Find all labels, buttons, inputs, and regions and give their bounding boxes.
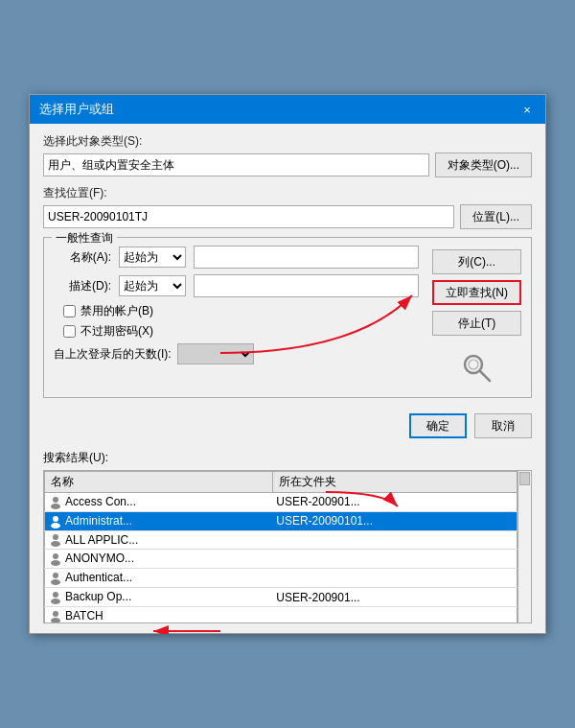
svg-point-16 [51,618,60,623]
name-query-row: 名称(A): 起始为 [54,246,419,269]
dialog-title: 选择用户或组 [39,101,114,118]
table-row[interactable]: Authenticat... [45,569,518,588]
table-row[interactable]: Administrat...USER-20090101... [45,511,518,530]
location-button[interactable]: 位置(L)... [460,204,532,229]
result-folder [272,550,517,569]
result-name: ANONYMO... [45,550,273,569]
query-action-buttons: 列(C)... 立即查找(N) 停止(T) [425,246,521,389]
object-type-button[interactable]: 对象类型(O)... [435,153,532,177]
svg-point-8 [51,541,60,547]
svg-point-15 [53,611,58,617]
disabled-accounts-row: 禁用的帐户(B) [63,303,419,319]
noexpiry-password-checkbox[interactable] [63,325,76,338]
svg-point-3 [53,497,58,503]
general-query-group: 一般性查询 名称(A): 起始为 [43,237,532,398]
noexpiry-password-label: 不过期密码(X) [80,323,153,340]
svg-point-4 [51,504,60,509]
table-row[interactable]: Backup Op...USER-200901... [45,588,518,607]
svg-point-10 [51,560,60,566]
svg-point-2 [469,360,478,369]
confirm-buttons-area: 确定 取消 [43,406,532,442]
person-icon [49,572,62,585]
select-user-dialog: 选择用户或组 × 选择此对象类型(S): 对象类型(O)... 查找位置(F):… [29,94,546,634]
result-folder [272,606,517,623]
results-table-container[interactable]: 名称 所在文件夹 Access Con...USER-200901... Adm… [43,470,518,623]
desc-query-label: 描述(D): [54,278,111,294]
svg-point-5 [53,516,58,522]
desc-starts-select[interactable]: 起始为 [119,275,186,296]
table-row[interactable]: Access Con...USER-200901... [45,493,518,512]
svg-point-7 [53,534,58,540]
person-icon [49,496,62,509]
columns-button[interactable]: 列(C)... [432,249,521,274]
result-name: ALL APPLIC... [45,530,273,550]
search-now-button[interactable]: 立即查找(N) [432,280,521,305]
svg-line-1 [480,371,490,381]
object-type-section: 选择此对象类型(S): 对象类型(O)... [43,133,532,177]
result-name: Authenticat... [45,569,273,588]
col-header-folder: 所在文件夹 [272,472,517,493]
results-wrapper: 名称 所在文件夹 Access Con...USER-200901... Adm… [43,470,532,623]
scrollbar[interactable] [518,470,532,623]
days-since-login-label: 自上次登录后的天数(I): [54,346,172,363]
person-icon [49,610,62,623]
person-icon [49,591,62,604]
title-bar-buttons: × [518,101,536,118]
search-results-label: 搜索结果(U): [43,450,532,466]
object-type-input[interactable] [43,153,429,176]
result-folder: USER-200901... [272,588,517,607]
result-name: Backup Op... [45,588,273,607]
person-icon [49,552,62,566]
result-name: BATCH [45,606,273,623]
table-row[interactable]: ALL APPLIC... [45,530,518,550]
result-name: Access Con... [45,493,273,512]
result-folder [272,530,517,550]
results-table: 名称 所在文件夹 Access Con...USER-200901... Adm… [44,471,518,623]
col-header-name: 名称 [45,472,273,493]
ok-button[interactable]: 确定 [409,413,467,438]
days-select[interactable] [177,343,254,364]
noexpiry-password-row: 不过期密码(X) [63,323,419,340]
location-section: 查找位置(F): 位置(L)... [43,185,532,229]
result-name: Administrat... [45,511,273,530]
cancel-button[interactable]: 取消 [474,413,532,438]
magnify-icon [460,351,494,386]
table-row[interactable]: BATCH [45,606,518,623]
person-icon [49,533,62,547]
result-folder: USER-200901... [272,493,517,512]
close-button[interactable]: × [518,101,536,118]
desc-query-row: 描述(D): 起始为 [54,274,419,297]
days-since-login-row: 自上次登录后的天数(I): [54,343,419,364]
table-row[interactable]: ANONYMO... [45,550,518,569]
general-query-title: 一般性查询 [52,230,117,247]
result-folder: USER-20090101... [272,511,517,530]
location-label: 查找位置(F): [43,185,532,201]
svg-point-14 [51,599,60,604]
svg-point-6 [51,523,60,528]
name-query-label: 名称(A): [54,249,111,266]
svg-point-11 [53,573,58,578]
object-type-label: 选择此对象类型(S): [43,133,532,150]
dialog-content: 选择此对象类型(S): 对象类型(O)... 查找位置(F): 位置(L)...… [30,124,545,633]
search-icon-area [432,351,521,386]
svg-point-13 [53,592,58,598]
svg-point-12 [51,579,60,585]
name-query-input[interactable] [194,246,419,269]
search-results-section: 搜索结果(U): 名称 所在文件夹 A [43,450,532,623]
desc-query-input[interactable] [194,274,419,297]
stop-button[interactable]: 停止(T) [432,311,521,336]
svg-point-9 [53,553,58,559]
person-icon [49,515,62,528]
title-bar: 选择用户或组 × [30,95,545,124]
location-input[interactable] [43,205,454,228]
disabled-accounts-label: 禁用的帐户(B) [80,303,153,319]
result-folder [272,569,517,588]
name-starts-select[interactable]: 起始为 [119,247,186,268]
disabled-accounts-checkbox[interactable] [63,305,76,317]
